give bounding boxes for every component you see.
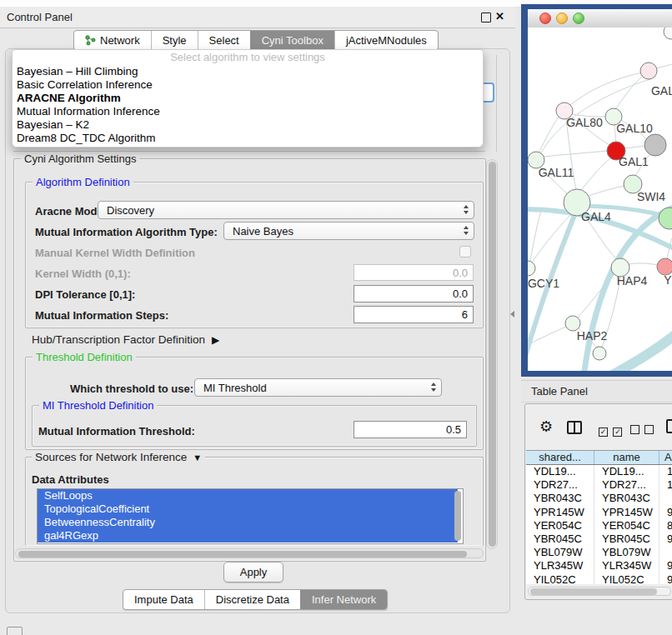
column-header-shared-name[interactable]: shared... (526, 451, 594, 464)
mi-steps-field[interactable]: 6 (354, 306, 474, 323)
data-attribute-item[interactable]: BetweennessCentrality (38, 516, 458, 529)
column-header-partial[interactable]: A (659, 451, 672, 464)
algorithm-definition-title: Algorithm Definition (33, 176, 133, 188)
unchecked-columns-icon[interactable] (630, 422, 654, 438)
expanded-arrow-icon: ▼ (193, 452, 202, 462)
tab-network[interactable]: Network (74, 31, 151, 50)
dropdown-placeholder: Select algorithm to view settings (13, 50, 483, 65)
collapsed-arrow-icon: ▶ (212, 334, 219, 346)
kernel-width-field[interactable]: 0.0 (354, 264, 474, 281)
node[interactable] (593, 347, 606, 360)
tab-label: Network (100, 34, 140, 47)
sources-toggle[interactable]: Sources for Network Inference ▼ (32, 451, 205, 463)
gear-icon[interactable]: ⚙ (539, 419, 553, 434)
node-label: GCY1 (528, 277, 559, 290)
node[interactable] (644, 134, 666, 156)
close-icon[interactable]: ✕ (495, 10, 504, 22)
float-icon[interactable] (481, 12, 491, 22)
settings-hscrollbar[interactable] (15, 548, 484, 558)
table-row[interactable]: YLR345WYLR345W9. (526, 559, 672, 572)
splitter-arrow-icon[interactable] (510, 311, 514, 318)
data-attributes-list[interactable]: SelfLoopsTopologicalCoefficientBetweenne… (37, 488, 464, 544)
node[interactable] (664, 28, 672, 39)
apply-button[interactable]: Apply (223, 562, 283, 582)
node-label: GAL1 (619, 155, 649, 168)
table-row[interactable]: YPR145WYPR145W9. (526, 506, 672, 519)
table-panel-title: Table Panel (531, 385, 588, 398)
table-row[interactable]: YBL079WYBL079W (526, 546, 672, 559)
mi-threshold-group-title: MI Threshold Definition (39, 399, 157, 412)
network-window-titlebar[interactable] (528, 9, 672, 28)
aracne-mode-value: Discovery (107, 204, 154, 217)
aracne-mode-select[interactable]: Discovery (98, 201, 474, 219)
tab-select[interactable]: Select (198, 31, 250, 50)
table-cell: 9. (659, 506, 672, 519)
network-canvas[interactable]: GALGAL80GAL10GAL1GAL11SWI4GAL4GCY1HAP4YH… (528, 28, 672, 371)
node-gal[interactable] (640, 62, 657, 79)
combo-arrows-icon (431, 382, 436, 392)
list-vscrollbar[interactable] (454, 491, 461, 541)
data-attribute-item[interactable]: TopologicalCoefficient (38, 502, 458, 516)
close-traffic-light[interactable] (539, 12, 551, 24)
which-threshold-label: Which threshold to use: (70, 382, 193, 395)
mi-type-select[interactable]: Naive Bayes (223, 222, 474, 240)
hub-definition-toggle[interactable]: Hub/Transcription Factor Definition ▶ (32, 333, 219, 346)
table-row[interactable]: YDL19...YDL19...13 (526, 465, 672, 478)
zoom-traffic-light[interactable] (573, 12, 584, 24)
minimize-traffic-light[interactable] (556, 12, 568, 24)
tab-discretize-data[interactable]: Discretize Data (204, 590, 300, 609)
dpi-tolerance-field[interactable]: 0.0 (354, 285, 474, 302)
algorithm-options: Bayesian – Hill ClimbingBasic Correlatio… (13, 65, 483, 145)
manual-kernel-checkbox[interactable] (459, 246, 471, 258)
algorithm-option[interactable]: Bayesian – K2 (13, 118, 483, 132)
data-attribute-item[interactable]: SelfLoops (38, 489, 458, 502)
mi-threshold-label: Mutual Information Threshold: (38, 425, 195, 438)
mi-threshold-field[interactable]: 0.5 (354, 421, 467, 438)
table-hscrollbar[interactable] (528, 587, 671, 596)
node-label: HAP4 (617, 274, 648, 288)
table-cell: YBR043C (526, 492, 594, 505)
table-cell: YDR27... (594, 478, 659, 492)
tab-style[interactable]: Style (151, 31, 198, 50)
document-icon[interactable] (666, 419, 672, 433)
data-attributes-label: Data Attributes (32, 473, 109, 486)
which-threshold-select[interactable]: MI Threshold (194, 378, 442, 397)
node-gcy1[interactable] (528, 261, 535, 276)
minimized-panel-button[interactable] (7, 627, 23, 635)
table-cell: YLR345W (594, 559, 659, 572)
table-cell: YBR043C (594, 492, 659, 505)
checked-columns-icon[interactable]: ✓ ✓ (599, 422, 622, 438)
control-panel-titlebar: Control Panel ✕ (0, 7, 515, 28)
data-attribute-item[interactable]: gal4RGexp (38, 529, 458, 542)
node-y[interactable] (657, 258, 672, 275)
tab-infer-network[interactable]: Infer Network (300, 590, 387, 609)
table-row[interactable]: YDR27...YDR27...12 (526, 478, 672, 492)
algorithm-option[interactable]: ARACNE Algorithm (13, 92, 483, 105)
mi-steps-value: 6 (462, 308, 468, 321)
column-header-name[interactable]: name (594, 451, 659, 464)
algorithm-option[interactable]: Dream8 DC_TDC Algorithm (13, 132, 483, 145)
node-label: GAL11 (539, 166, 574, 179)
dpi-tolerance-label: DPI Tolerance [0,1]: (35, 288, 135, 301)
algorithm-option[interactable]: Mutual Information Inference (13, 105, 483, 118)
table-cell: YLR345W (526, 559, 594, 572)
table-panel-body: ⚙ ✓ ✓ shared... name A YDL19...YDL19...1… (524, 403, 672, 600)
algorithm-option[interactable]: Basic Correlation Inference (13, 78, 483, 92)
table-cell: 9. (659, 532, 672, 546)
split-columns-icon[interactable] (567, 421, 582, 434)
tab-jactivemnodules[interactable]: jActiveMNodules (334, 31, 438, 50)
tab-label: jActiveMNodules (346, 34, 427, 47)
table-row[interactable]: YIL052CYIL052C9 (526, 573, 672, 585)
table-row[interactable]: YER054CYER054C8. (526, 519, 672, 532)
algorithm-option[interactable]: Bayesian – Hill Climbing (13, 65, 483, 78)
tab-impute-data[interactable]: Impute Data (123, 590, 204, 609)
combo-arrows-icon (464, 226, 469, 235)
panel-edge-line (496, 55, 497, 152)
table-row[interactable]: YBR045CYBR045C9. (526, 532, 672, 546)
settings-vscrollbar[interactable] (486, 159, 498, 549)
tab-cyni-toolbox[interactable]: Cyni Toolbox (250, 31, 334, 50)
table-cell: YDR27... (526, 478, 594, 492)
table-cell: 12 (659, 478, 672, 492)
table-cell: YER054C (526, 519, 594, 532)
table-row[interactable]: YBR043CYBR043C (526, 492, 672, 505)
